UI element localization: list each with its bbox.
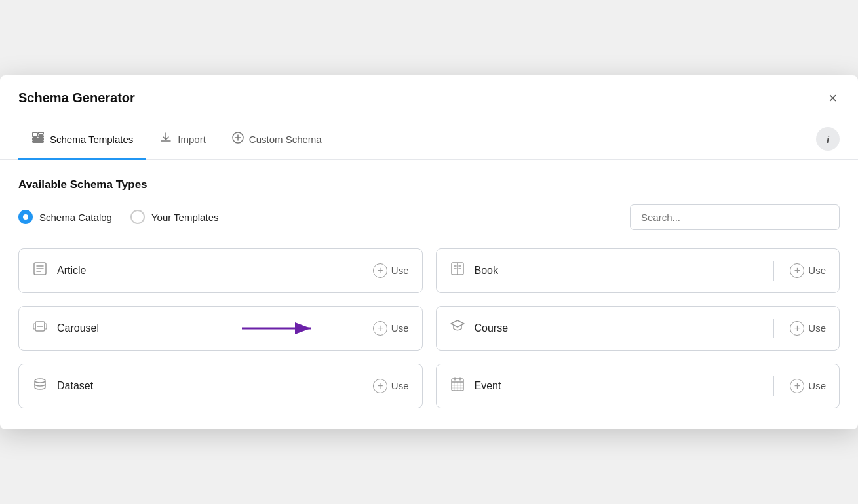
svg-point-20 [39,326,41,327]
event-use-button[interactable]: + Use [790,379,826,393]
svg-rect-18 [45,324,47,329]
schema-generator-modal: Schema Generator × Schema Templates [0,75,858,429]
tab-import[interactable]: Import [146,119,219,160]
custom-schema-icon [232,132,244,147]
info-icon: i [827,134,829,145]
radio-schema-catalog[interactable]: Schema Catalog [18,210,112,224]
schema-card-course[interactable]: Course + Use [436,306,840,351]
svg-rect-17 [33,324,35,329]
book-use-icon: + [790,263,804,278]
tab-custom-schema-label: Custom Schema [249,134,322,145]
info-button[interactable]: i [816,127,840,151]
modal-title: Schema Generator [18,90,135,106]
svg-point-24 [35,379,45,383]
tabs-bar: Schema Templates Import Custom Schema i [0,119,858,160]
carousel-use-label: Use [391,322,409,334]
dataset-use-label: Use [391,380,409,391]
article-label: Article [57,265,341,277]
schema-card-book[interactable]: Book + Use [436,248,840,293]
event-label: Event [475,380,758,392]
schema-templates-icon [31,131,45,147]
schema-card-article[interactable]: Article + Use [18,248,423,293]
course-use-icon: + [790,321,804,336]
svg-rect-4 [33,141,43,142]
article-icon [32,261,48,281]
article-use-label: Use [391,265,409,276]
event-use-icon: + [790,379,804,393]
svg-rect-3 [33,138,43,140]
schema-card-dataset[interactable]: Dataset + Use [18,364,423,408]
article-use-button[interactable]: + Use [373,263,409,278]
divider [357,376,357,396]
course-icon [450,319,465,338]
book-label: Book [475,265,758,277]
radio-your-templates[interactable]: Your Templates [130,210,219,224]
svg-rect-2 [39,136,43,137]
close-button[interactable]: × [826,88,840,108]
event-icon [450,376,465,396]
schema-card-carousel[interactable]: Carousel + Use [18,306,423,351]
course-use-label: Use [808,322,826,334]
book-use-button[interactable]: + Use [790,263,826,278]
dataset-use-button[interactable]: + Use [373,379,409,393]
radio-group: Schema Catalog Your Templates [18,210,218,224]
course-use-button[interactable]: + Use [790,321,826,336]
svg-point-19 [37,326,39,327]
tab-import-label: Import [178,134,206,145]
tab-schema-templates-label: Schema Templates [50,134,133,145]
divider [773,376,774,396]
dataset-use-icon: + [373,379,387,393]
tab-custom-schema[interactable]: Custom Schema [219,120,335,159]
radio-your-templates-label: Your Templates [151,212,219,223]
filter-row: Schema Catalog Your Templates [18,204,840,230]
svg-rect-0 [33,132,37,137]
modal-content: Available Schema Types Schema Catalog Yo… [0,160,858,429]
event-use-label: Use [808,380,826,391]
carousel-use-button[interactable]: + Use [373,321,409,336]
radio-circle-unchecked [130,210,145,224]
svg-point-21 [41,326,43,327]
divider [773,261,774,281]
carousel-use-icon: + [373,321,387,336]
divider [357,261,357,281]
schema-card-event[interactable]: Event + Use [436,364,840,408]
divider [357,319,357,338]
book-icon [450,261,465,281]
search-input[interactable] [630,204,840,230]
tab-schema-templates[interactable]: Schema Templates [18,119,146,160]
book-use-label: Use [808,265,826,276]
course-label: Course [475,322,758,334]
article-use-icon: + [373,263,387,278]
divider [773,319,774,338]
svg-rect-1 [39,132,43,134]
radio-schema-catalog-label: Schema Catalog [39,212,112,223]
import-icon [159,131,172,147]
modal-header: Schema Generator × [0,75,858,119]
section-title: Available Schema Types [18,178,840,191]
schema-grid: Article + Use [18,248,840,408]
dataset-icon [32,376,48,396]
carousel-label: Carousel [57,322,341,334]
dataset-label: Dataset [57,380,341,392]
carousel-icon [32,319,48,338]
radio-circle-checked [18,210,33,224]
